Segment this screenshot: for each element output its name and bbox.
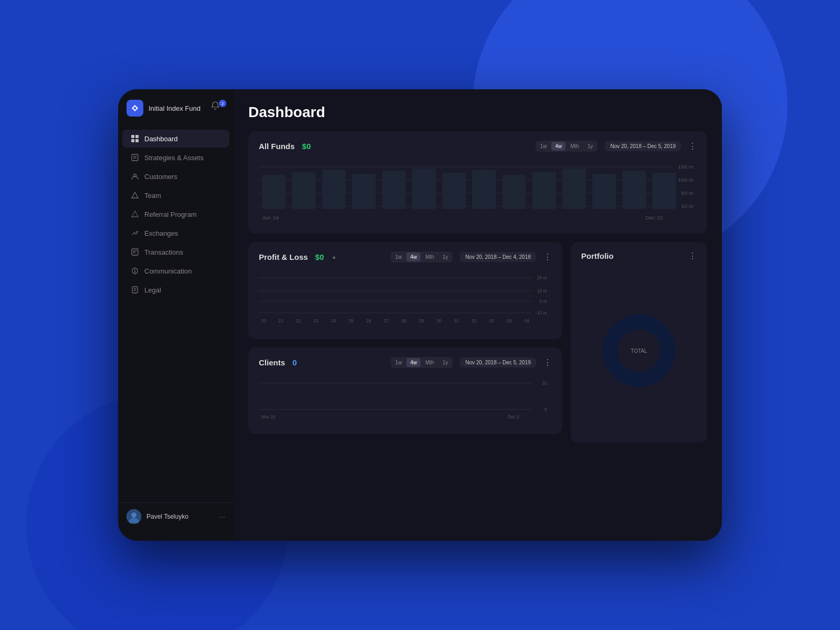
- svg-text:04: 04: [524, 318, 529, 323]
- bottom-row: Profit & Loss $0 ● 1w 4w Mth 1y Nov 20, …: [248, 242, 707, 443]
- all-funds-chart: 150 m 100 m 50 m 10 m: [259, 159, 697, 224]
- user-more-button[interactable]: ···: [219, 512, 225, 521]
- portfolio-more-button[interactable]: ⋮: [688, 252, 697, 260]
- all-funds-more-button[interactable]: ⋮: [688, 142, 697, 151]
- profit-loss-date-range: Nov 20, 2018 – Dec 4, 2018: [460, 252, 536, 262]
- svg-text:20: 20: [261, 318, 266, 323]
- svg-rect-37: [592, 174, 616, 209]
- sidebar-item-label: Team: [144, 192, 161, 200]
- time-filter-1w[interactable]: 1w: [537, 142, 551, 151]
- all-funds-card: All Funds $0 1w 4w Mth 1y Nov 20, 2018 –…: [248, 131, 707, 234]
- referral-icon: [131, 210, 139, 218]
- sidebar-item-communication[interactable]: Communication: [122, 262, 229, 280]
- svg-text:20 m: 20 m: [537, 275, 547, 280]
- exchanges-icon: [131, 229, 139, 237]
- portfolio-header: Portfolio ⋮: [581, 251, 697, 260]
- profit-loss-title: Profit & Loss: [259, 253, 308, 261]
- cl-time-filter-4w[interactable]: 4w: [406, 358, 421, 367]
- svg-text:Jun 24: Jun 24: [262, 215, 279, 220]
- clients-more-button[interactable]: ⋮: [543, 359, 552, 367]
- sidebar-item-label: Dashboard: [144, 135, 178, 143]
- portfolio-donut: TOTAL: [602, 314, 676, 387]
- customers-icon: [131, 172, 139, 181]
- bottom-left: Profit & Loss $0 ● 1w 4w Mth 1y Nov 20, …: [248, 242, 562, 443]
- svg-text:Dec 22: Dec 22: [645, 215, 663, 220]
- pl-time-filter-1w[interactable]: 1w: [392, 253, 406, 261]
- sidebar-footer: Pavel Tseluyko ···: [118, 502, 234, 530]
- cl-time-filter-1y[interactable]: 1y: [439, 358, 452, 367]
- svg-text:10 m: 10 m: [681, 204, 694, 209]
- cl-time-filter-mth[interactable]: Mth: [422, 358, 438, 367]
- time-filter-mth[interactable]: Mth: [566, 142, 583, 151]
- profit-loss-value: $0: [315, 253, 324, 261]
- svg-text:21: 21: [278, 318, 283, 323]
- svg-text:26: 26: [366, 318, 371, 323]
- all-funds-title: All Funds: [259, 142, 295, 151]
- svg-text:03: 03: [507, 318, 511, 323]
- profit-loss-header: Profit & Loss $0 ● 1w 4w Mth 1y Nov 20, …: [259, 251, 552, 262]
- svg-text:25: 25: [349, 318, 353, 323]
- time-filter-1y[interactable]: 1y: [584, 142, 597, 151]
- svg-rect-31: [412, 169, 436, 209]
- sidebar-item-referral[interactable]: Referral Program: [122, 205, 229, 223]
- sidebar-item-customers[interactable]: Customers: [122, 167, 229, 185]
- svg-rect-32: [442, 173, 466, 209]
- svg-text:24: 24: [331, 318, 336, 323]
- all-funds-date-range: Nov 20, 2018 – Dec 5, 2019: [605, 141, 681, 151]
- pl-time-filter-1y[interactable]: 1y: [439, 253, 452, 261]
- time-filter-4w[interactable]: 4w: [551, 142, 565, 151]
- clients-header: Clients 0 1w 4w Mth 1y Nov 20, 2018 – De…: [259, 357, 552, 368]
- profit-loss-more-button[interactable]: ⋮: [543, 253, 552, 261]
- svg-rect-8: [132, 249, 138, 255]
- svg-text:29: 29: [419, 318, 424, 323]
- svg-rect-1: [135, 135, 139, 138]
- sidebar-item-label: Communication: [144, 267, 192, 275]
- cl-time-filter-1w[interactable]: 1w: [392, 358, 406, 367]
- svg-text:27: 27: [384, 318, 388, 323]
- sidebar-item-dashboard[interactable]: Dashboard: [122, 130, 229, 148]
- svg-rect-13: [132, 287, 138, 293]
- team-icon: [131, 191, 139, 200]
- svg-text:Nov 20: Nov 20: [261, 414, 276, 419]
- clients-date-range: Nov 20, 2018 – Dec 5, 2019: [460, 358, 536, 368]
- svg-rect-4: [132, 154, 138, 161]
- clients-value: 0: [292, 358, 297, 367]
- svg-rect-30: [382, 171, 406, 209]
- svg-text:20: 20: [542, 381, 547, 386]
- sidebar-item-team[interactable]: Team: [122, 186, 229, 204]
- svg-text:22: 22: [296, 318, 301, 323]
- portfolio-card: Portfolio ⋮ TOTAL: [571, 242, 707, 443]
- svg-rect-2: [131, 139, 134, 142]
- svg-text:150 m: 150 m: [678, 164, 694, 170]
- profit-loss-card: Profit & Loss $0 ● 1w 4w Mth 1y Nov 20, …: [248, 242, 562, 339]
- clients-chart: 20 0 Nov 20 Dec 5: [259, 375, 552, 425]
- sidebar-item-strategies[interactable]: Strategies & Assets: [122, 149, 229, 166]
- portfolio-title: Portfolio: [581, 251, 614, 260]
- sidebar-item-exchanges[interactable]: Exchanges: [122, 224, 229, 242]
- svg-rect-28: [322, 170, 345, 209]
- svg-rect-29: [352, 174, 376, 209]
- sidebar-item-label: Strategies & Assets: [144, 154, 204, 162]
- sidebar-item-legal[interactable]: Legal: [122, 281, 229, 299]
- portfolio-section: Portfolio ⋮ TOTAL: [571, 242, 707, 443]
- sidebar-nav: Dashboard Strategies & Assets: [118, 129, 234, 497]
- sidebar-header: Initial Index Fund 2: [118, 100, 234, 129]
- all-funds-value: $0: [302, 142, 311, 151]
- main-content: Dashboard All Funds $0 1w 4w Mth 1y Nov …: [234, 89, 722, 541]
- app-name: Initial Index Fund: [149, 104, 205, 112]
- all-funds-header: All Funds $0 1w 4w Mth 1y Nov 20, 2018 –…: [259, 141, 697, 152]
- sidebar-item-label: Legal: [144, 286, 161, 294]
- profit-loss-time-filters: 1w 4w Mth 1y: [391, 251, 453, 262]
- svg-point-12: [134, 272, 135, 272]
- sidebar-item-transactions[interactable]: Transactions: [122, 243, 229, 261]
- svg-text:31: 31: [454, 318, 459, 323]
- svg-rect-0: [131, 135, 134, 138]
- svg-text:Dec 5: Dec 5: [508, 414, 519, 419]
- svg-text:0 m: 0 m: [540, 299, 547, 304]
- pl-time-filter-mth[interactable]: Mth: [422, 253, 438, 261]
- notification-bell[interactable]: 2: [211, 101, 225, 116]
- pl-time-filter-4w[interactable]: 4w: [406, 253, 421, 261]
- portfolio-total-label: TOTAL: [631, 348, 647, 353]
- svg-text:02: 02: [489, 318, 494, 323]
- clients-title: Clients: [259, 358, 285, 367]
